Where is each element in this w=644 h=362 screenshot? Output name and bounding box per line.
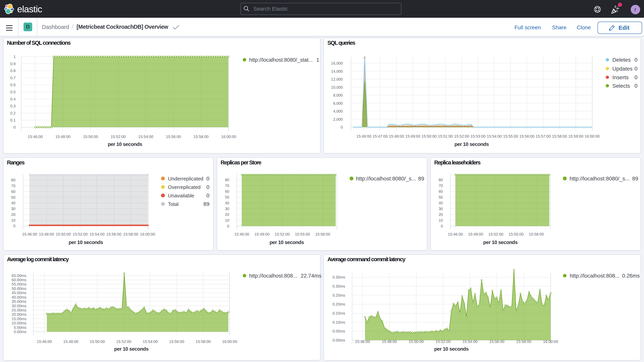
svg-text:0: 0 [634, 74, 638, 80]
svg-text:15:58:00: 15:58:00 [552, 134, 567, 138]
svg-text:22.74ms: 22.74ms [301, 273, 322, 279]
svg-text:15:57:00: 15:57:00 [536, 134, 551, 138]
svg-text:15:48:00: 15:48:00 [389, 134, 404, 138]
svg-text:per 10 seconds: per 10 seconds [434, 346, 468, 352]
svg-text:15:52:00: 15:52:00 [488, 232, 504, 236]
svg-text:4,000: 4,000 [333, 109, 343, 113]
svg-text:Overreplicated: Overreplicated [168, 184, 200, 190]
svg-text:12,000: 12,000 [331, 77, 343, 81]
svg-text:16:00:00: 16:00:00 [221, 134, 236, 139]
svg-text:1: 1 [316, 57, 319, 63]
svg-text:0.10ms: 0.10ms [332, 320, 345, 324]
svg-text:89: 89 [204, 201, 210, 207]
svg-text:0.35ms: 0.35ms [332, 275, 345, 279]
svg-text:65.00ms: 65.00ms [12, 274, 26, 278]
svg-text:15:50:00: 15:50:00 [56, 232, 71, 236]
svg-text:15:46:00: 15:46:00 [37, 340, 52, 344]
svg-text:0: 0 [227, 224, 229, 228]
svg-text:15:56:00: 15:56:00 [166, 134, 181, 139]
svg-text:0.26ms: 0.26ms [622, 273, 640, 279]
svg-text:15:46:00: 15:46:00 [234, 232, 249, 236]
svg-text:40: 40 [439, 201, 443, 205]
svg-text:60: 60 [225, 189, 229, 194]
svg-text:http://localhost:8080/_stat...: http://localhost:8080/_stat... [249, 57, 313, 63]
svg-text:15:58:00: 15:58:00 [194, 134, 209, 139]
svg-text:14,000: 14,000 [331, 69, 343, 74]
svg-text:20: 20 [439, 212, 443, 217]
svg-text:10,000: 10,000 [331, 85, 343, 90]
svg-text:15:50:00: 15:50:00 [83, 134, 98, 139]
svg-text:15:52:00: 15:52:00 [275, 232, 290, 236]
svg-text:70: 70 [439, 184, 443, 188]
svg-text:70: 70 [11, 184, 16, 188]
svg-text:http://localhost:8080/_s...: http://localhost:8080/_s... [356, 176, 416, 182]
svg-text:15:52:00: 15:52:00 [454, 134, 469, 138]
svg-text:15:55:00: 15:55:00 [295, 232, 310, 236]
svg-text:15:55:00: 15:55:00 [503, 134, 518, 138]
svg-text:http://localhost:808...: http://localhost:808... [570, 273, 620, 279]
svg-text:16:00:00: 16:00:00 [543, 340, 558, 344]
svg-text:Total: Total [168, 201, 178, 207]
svg-text:1: 1 [14, 54, 16, 59]
svg-text:15:56:00: 15:56:00 [489, 340, 504, 344]
svg-text:15:58:00: 15:58:00 [315, 232, 330, 236]
svg-text:Underreplicated: Underreplicated [168, 176, 204, 182]
svg-text:0: 0 [441, 224, 443, 228]
svg-text:per 10 seconds: per 10 seconds [108, 141, 142, 147]
svg-text:0.4: 0.4 [10, 97, 16, 101]
svg-text:0.00ms: 0.00ms [14, 330, 26, 334]
svg-text:15:48:00: 15:48:00 [382, 340, 397, 344]
svg-text:10: 10 [225, 218, 229, 222]
svg-text:15:54:00: 15:54:00 [90, 232, 104, 236]
svg-text:Deletes: Deletes [612, 57, 631, 63]
svg-text:15:52:00: 15:52:00 [73, 232, 88, 236]
svg-text:0: 0 [634, 57, 638, 63]
svg-text:0: 0 [13, 224, 16, 228]
svg-text:Updates: Updates [612, 66, 632, 72]
svg-text:15:58:00: 15:58:00 [196, 340, 211, 344]
svg-text:SQL queries: SQL queries [328, 40, 355, 46]
svg-text:10: 10 [11, 218, 16, 222]
svg-text:15:56:00: 15:56:00 [520, 134, 534, 138]
svg-text:15:50:00: 15:50:00 [422, 134, 436, 138]
svg-text:15:47:00: 15:47:00 [373, 134, 388, 138]
svg-text:15:48:00: 15:48:00 [55, 134, 70, 139]
svg-text:5.00ms: 5.00ms [14, 326, 26, 330]
svg-text:0: 0 [634, 83, 638, 89]
svg-text:15:49:00: 15:49:00 [254, 232, 270, 236]
svg-text:0.20ms: 0.20ms [332, 302, 345, 306]
svg-text:0.7: 0.7 [10, 76, 16, 80]
svg-text:0: 0 [206, 184, 210, 190]
svg-text:50: 50 [11, 195, 16, 200]
svg-text:per 10 seconds: per 10 seconds [483, 240, 518, 245]
svg-text:15:49:00: 15:49:00 [468, 232, 483, 236]
svg-text:16:00:00: 16:00:00 [584, 134, 600, 138]
svg-text:15:51:00: 15:51:00 [438, 134, 453, 138]
svg-text:15:54:00: 15:54:00 [143, 340, 158, 344]
svg-text:0.5: 0.5 [10, 90, 16, 94]
svg-text:15:48:00: 15:48:00 [63, 340, 78, 344]
svg-text:30: 30 [439, 207, 443, 211]
svg-text:50.00ms: 50.00ms [12, 286, 26, 291]
svg-text:10.00ms: 10.00ms [12, 321, 26, 325]
svg-text:25.00ms: 25.00ms [12, 308, 26, 312]
svg-text:15:54:00: 15:54:00 [487, 134, 502, 138]
svg-text:0.6: 0.6 [10, 83, 16, 87]
svg-text:Average log commit latency: Average log commit latency [7, 256, 69, 262]
svg-text:40: 40 [225, 201, 229, 205]
svg-text:0.2: 0.2 [10, 111, 16, 115]
svg-text:60.00ms: 60.00ms [12, 278, 26, 282]
svg-text:15:58:00: 15:58:00 [123, 232, 138, 236]
svg-text:2,000: 2,000 [333, 117, 343, 122]
svg-text:15:52:00: 15:52:00 [436, 340, 450, 344]
svg-text:0.9: 0.9 [10, 62, 16, 66]
svg-text:15:48:00: 15:48:00 [39, 232, 54, 236]
svg-text:60: 60 [439, 189, 443, 194]
svg-text:0.8: 0.8 [10, 68, 16, 73]
svg-text:40: 40 [11, 201, 16, 205]
svg-text:Unavailable: Unavailable [168, 193, 194, 198]
svg-text:per 10 seconds: per 10 seconds [114, 346, 148, 352]
svg-text:15:55:00: 15:55:00 [509, 232, 524, 236]
svg-text:15.00ms: 15.00ms [12, 317, 26, 321]
svg-text:Replicas per Store: Replicas per Store [220, 160, 262, 166]
